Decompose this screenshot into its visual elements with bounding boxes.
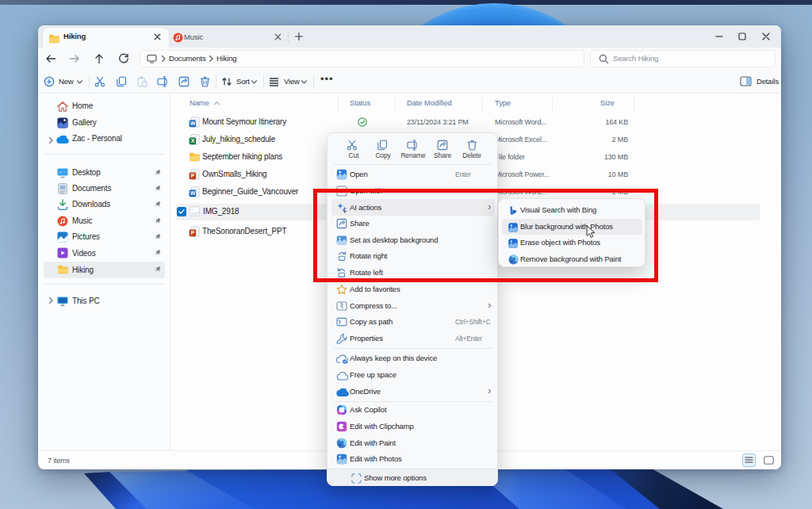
svg-text:P: P <box>191 173 195 178</box>
svg-text:P: P <box>191 230 195 235</box>
svg-text:X: X <box>191 138 195 144</box>
svg-text:W: W <box>190 121 196 126</box>
svg-text:W: W <box>190 190 196 196</box>
